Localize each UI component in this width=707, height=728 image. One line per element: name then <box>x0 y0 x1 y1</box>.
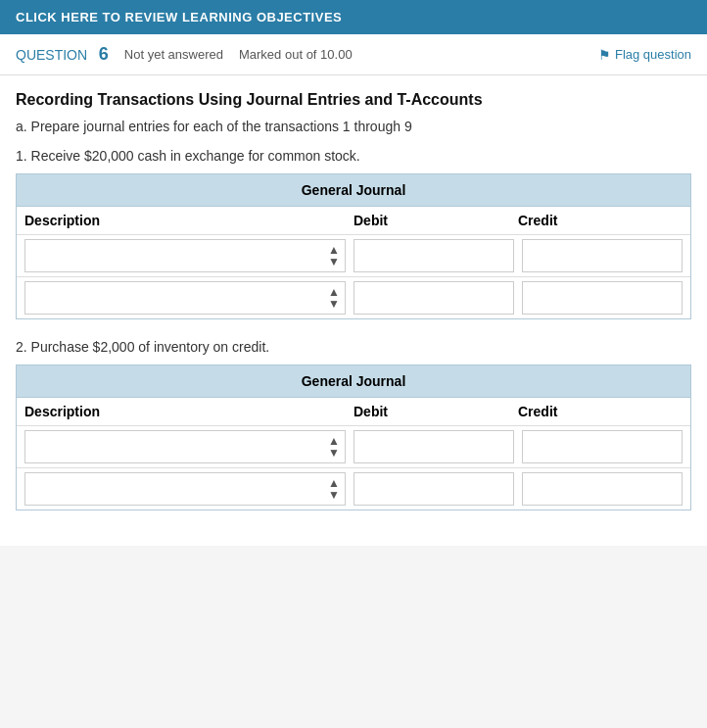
table-row: ▲▼ <box>17 425 690 467</box>
question-bar: QUESTION 6 Not yet answered Marked out o… <box>0 34 707 75</box>
col-credit-1: Credit <box>518 213 683 228</box>
col-credit-2: Credit <box>518 404 683 419</box>
credit-input-2-1[interactable] <box>522 430 683 463</box>
col-debit-2: Debit <box>354 404 518 419</box>
description-select-wrapper-1-2[interactable]: ▲▼ <box>24 281 346 315</box>
debit-cell-1-2 <box>354 281 514 315</box>
description-select-1-1[interactable] <box>24 239 346 272</box>
question-label: QUESTION 6 <box>16 44 109 65</box>
table-row: ▲▼ <box>17 276 690 318</box>
debit-input-2-2[interactable] <box>354 472 514 506</box>
flag-icon: ⚑ <box>598 47 611 63</box>
marked-out-label: Marked out of 10.00 <box>239 47 353 62</box>
debit-input-2-1[interactable] <box>354 430 514 463</box>
question-number: 6 <box>99 44 109 64</box>
transaction-1-label: 1. Receive $20,000 cash in exchange for … <box>16 148 691 164</box>
table-row: ▲▼ <box>17 467 690 510</box>
description-select-wrapper-2-2[interactable]: ▲▼ <box>24 472 346 506</box>
col-description-1: Description <box>24 213 354 228</box>
credit-cell-2-2 <box>522 472 683 506</box>
credit-input-1-1[interactable] <box>522 239 683 272</box>
description-select-2-1[interactable] <box>24 430 346 463</box>
description-cell-1-2: ▲▼ <box>24 281 346 315</box>
credit-cell-1-1 <box>522 239 683 272</box>
journal-table-2: General Journal Description Debit Credit… <box>16 364 691 510</box>
main-content: Recording Transactions Using Journal Ent… <box>0 75 707 546</box>
journal-table-1: General Journal Description Debit Credit… <box>16 173 691 319</box>
debit-cell-2-2 <box>354 472 514 506</box>
description-select-wrapper-1-1[interactable]: ▲▼ <box>24 239 346 272</box>
flag-question-button[interactable]: ⚑ Flag question <box>598 47 691 63</box>
journal-header-1: General Journal <box>17 174 690 206</box>
table-row: ▲▼ <box>17 234 690 276</box>
debit-cell-2-1 <box>354 430 514 463</box>
review-objectives-banner[interactable]: CLICK HERE TO REVIEW LEARNING OBJECTIVES <box>0 0 707 34</box>
flag-label: Flag question <box>615 47 691 62</box>
debit-cell-1-1 <box>354 239 514 272</box>
description-cell-2-2: ▲▼ <box>24 472 346 506</box>
description-select-wrapper-2-1[interactable]: ▲▼ <box>24 430 346 463</box>
description-select-1-2[interactable] <box>24 281 346 315</box>
not-answered-status: Not yet answered <box>124 47 223 62</box>
journal-header-2: General Journal <box>17 365 690 397</box>
col-description-2: Description <box>24 404 354 419</box>
transaction-2-label: 2. Purchase $2,000 of inventory on credi… <box>16 339 691 355</box>
credit-cell-1-2 <box>522 281 683 315</box>
question-prefix: QUESTION <box>16 47 87 63</box>
section-title: Recording Transactions Using Journal Ent… <box>16 91 691 109</box>
description-cell-1-1: ▲▼ <box>24 239 346 272</box>
description-select-2-2[interactable] <box>24 472 346 506</box>
description-cell-2-1: ▲▼ <box>24 430 346 463</box>
debit-input-1-2[interactable] <box>354 281 514 315</box>
journal-col-headers-2: Description Debit Credit <box>17 397 690 425</box>
instruction-text: a. Prepare journal entries for each of t… <box>16 119 691 134</box>
credit-input-2-2[interactable] <box>522 472 683 506</box>
debit-input-1-1[interactable] <box>354 239 514 272</box>
credit-input-1-2[interactable] <box>522 281 683 315</box>
col-debit-1: Debit <box>354 213 518 228</box>
credit-cell-2-1 <box>522 430 683 463</box>
journal-col-headers-1: Description Debit Credit <box>17 206 690 234</box>
